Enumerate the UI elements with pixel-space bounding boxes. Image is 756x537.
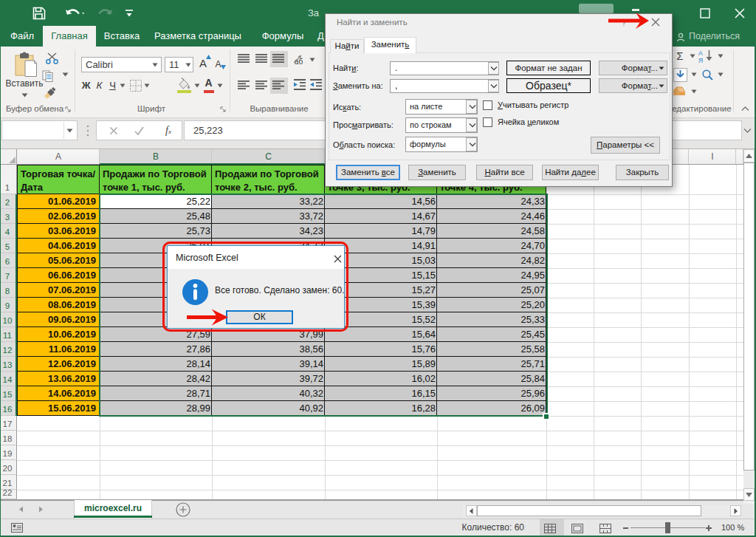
- svg-text:аб: аб: [295, 58, 303, 66]
- svg-text:А: А: [698, 49, 703, 57]
- svg-text:Я: Я: [698, 57, 703, 64]
